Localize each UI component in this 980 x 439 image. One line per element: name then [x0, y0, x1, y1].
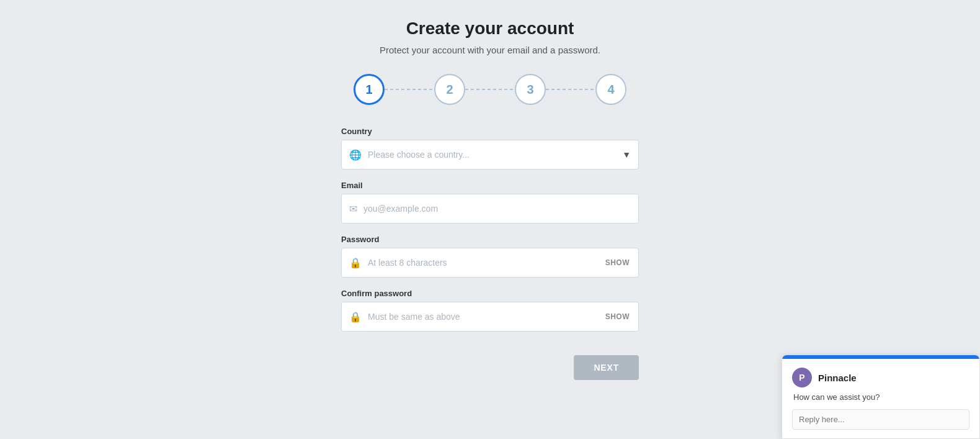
email-input-wrapper: ✉ — [341, 194, 639, 224]
envelope-icon: ✉ — [349, 203, 357, 215]
step-line-1-2 — [385, 89, 434, 90]
confirm-password-input[interactable] — [368, 312, 604, 322]
chat-body: P Pinnacle How can we assist you? — [782, 359, 979, 438]
confirm-password-label: Confirm password — [341, 289, 639, 298]
lock-icon: 🔒 — [349, 257, 362, 269]
confirm-password-input-wrapper: 🔒 SHOW — [341, 302, 639, 332]
form-container: Create your account Protect your account… — [335, 19, 645, 380]
password-label: Password — [341, 235, 639, 244]
password-input-wrapper: 🔒 SHOW — [341, 248, 639, 278]
next-button-container: NEXT — [341, 355, 639, 380]
password-show-button[interactable]: SHOW — [604, 256, 631, 269]
globe-icon: 🌐 — [349, 149, 362, 161]
chat-message: How can we assist you? — [792, 392, 969, 402]
chat-widget: P Pinnacle How can we assist you? — [782, 355, 980, 439]
step-4: 4 — [595, 74, 626, 105]
agent-name: Pinnacle — [818, 373, 857, 383]
page-wrapper: Create your account Protect your account… — [0, 19, 980, 380]
step-line-2-3 — [465, 89, 515, 90]
confirm-password-group: Confirm password 🔒 SHOW — [341, 289, 639, 332]
page-subtitle: Protect your account with your email and… — [380, 45, 600, 55]
password-input[interactable] — [368, 258, 604, 268]
chevron-down-icon: ▼ — [622, 150, 631, 160]
step-3: 3 — [515, 74, 546, 105]
country-group: Country 🌐 ▼ — [341, 127, 639, 170]
country-label: Country — [341, 127, 639, 136]
step-line-3-4 — [546, 89, 595, 90]
chat-agent-row: P Pinnacle — [792, 368, 969, 387]
email-group: Email ✉ — [341, 181, 639, 224]
email-label: Email — [341, 181, 639, 190]
next-button[interactable]: NEXT — [574, 355, 639, 380]
step-indicator: 1 2 3 4 — [354, 74, 626, 105]
confirm-show-button[interactable]: SHOW — [604, 310, 631, 324]
chat-reply-input[interactable] — [792, 409, 969, 430]
avatar: P — [792, 368, 812, 387]
country-input[interactable] — [368, 150, 622, 160]
password-group: Password 🔒 SHOW — [341, 235, 639, 278]
step-1: 1 — [354, 74, 385, 105]
country-select-wrapper[interactable]: 🌐 ▼ — [341, 140, 639, 170]
email-input[interactable] — [363, 204, 631, 214]
step-2: 2 — [434, 74, 465, 105]
page-title: Create your account — [406, 19, 574, 38]
confirm-lock-icon: 🔒 — [349, 311, 362, 323]
